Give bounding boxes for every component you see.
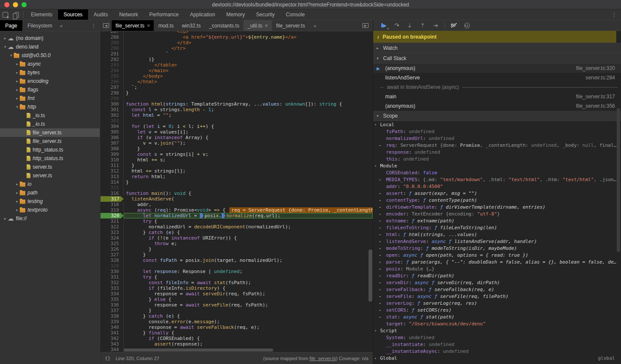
- chevron-right-icon[interactable]: ▸: [379, 308, 381, 312]
- line-number[interactable]: 299: [100, 96, 124, 101]
- chevron-right-icon[interactable]: ▸: [15, 208, 20, 212]
- editor-horizontal-scrollbar[interactable]: [124, 349, 273, 352]
- call-stack-frame[interactable]: mainfile_server.ts:317: [373, 92, 621, 101]
- code-text[interactable]: function html(strings: TemplateStringsAr…: [124, 101, 373, 107]
- scope-property[interactable]: ▸encoder: TextEncoder {encoding: "utf-8"…: [373, 210, 621, 217]
- chevron-down-icon[interactable]: ▾: [15, 105, 20, 109]
- navigator-tab-filesystem[interactable]: Filesystem: [22, 20, 57, 31]
- call-stack-frame[interactable]: listenAndServeserver.ts:284: [373, 73, 621, 82]
- tree-item-async[interactable]: ▸async: [0, 60, 100, 68]
- code-text[interactable]: }: [124, 252, 373, 258]
- line-number[interactable]: 318: [100, 202, 124, 207]
- close-window-button[interactable]: [4, 2, 9, 7]
- tab-application[interactable]: Application: [184, 9, 221, 20]
- scope-property[interactable]: ▸contentType: ƒ contentType(path): [373, 197, 621, 203]
- navigator-more-tabs-icon[interactable]: »: [57, 20, 65, 31]
- code-text[interactable]: </tr>: [124, 46, 373, 51]
- line-number[interactable]: 300: [100, 101, 124, 107]
- code-text[interactable]: let normalizedUrl = posix.normalize(req.…: [124, 213, 373, 218]
- line-number[interactable]: 340: [100, 325, 124, 330]
- code-text[interactable]: const s = strings[i] + v;: [124, 152, 373, 157]
- code-text[interactable]: `;: [124, 85, 373, 90]
- scope-property[interactable]: ▸stat: async ƒ stat(path): [373, 313, 621, 320]
- line-number[interactable]: 335: [100, 297, 124, 302]
- chevron-right-icon[interactable]: ▸: [379, 253, 381, 257]
- scope-section-header[interactable]: ▾ Scope: [373, 111, 621, 121]
- code-text[interactable]: }: [124, 146, 373, 152]
- scope-property[interactable]: ▸MEDIA_TYPES: {.md: "text/markdown", .ht…: [373, 176, 621, 183]
- code-text[interactable]: [124, 185, 373, 191]
- code-text[interactable]: [124, 96, 373, 101]
- tab-sources[interactable]: Sources: [58, 9, 88, 20]
- line-number[interactable]: 313: [100, 174, 124, 179]
- chevron-right-icon[interactable]: ▸: [379, 191, 381, 195]
- code-text[interactable]: [124, 263, 373, 269]
- code-text[interactable]: assert(response);: [124, 341, 373, 347]
- scope-property[interactable]: ▸fileLenToString: ƒ fileLenToString(len): [373, 224, 621, 231]
- code-text[interactable]: for (let i = 0; i < l; i++) {: [124, 124, 373, 129]
- line-number[interactable]: 342: [100, 336, 124, 341]
- tree-item-server-ts[interactable]: server.ts: [0, 163, 100, 171]
- line-number[interactable]: 309: [100, 152, 124, 157]
- chevron-right-icon[interactable]: ▸: [379, 233, 381, 237]
- code-text[interactable]: response = await serveFallback(req, e);: [124, 325, 373, 330]
- line-number[interactable]: 325: [100, 241, 124, 246]
- code-text[interactable]: }: [124, 163, 373, 168]
- line-number[interactable]: 305: [100, 129, 124, 135]
- code-text[interactable]: try {: [124, 274, 373, 280]
- tree-item-fmt[interactable]: ▸fmt: [0, 94, 100, 103]
- line-number[interactable]: 295: [100, 73, 124, 79]
- chevron-right-icon[interactable]: ▸: [379, 143, 381, 147]
- chevron-right-icon[interactable]: ▸: [3, 216, 8, 221]
- tab-network[interactable]: Network: [113, 9, 143, 20]
- code-text[interactable]: listenAndServe(: [124, 196, 373, 202]
- code-text[interactable]: return html;: [124, 174, 373, 179]
- chevron-right-icon[interactable]: ▸: [379, 260, 381, 264]
- main-menu-kebab-icon[interactable]: ⋮: [607, 9, 621, 20]
- line-number[interactable]: 301: [100, 107, 124, 112]
- line-number[interactable]: 321: [100, 218, 124, 224]
- hide-navigator-button[interactable]: ◀: [100, 20, 112, 31]
- chevron-right-icon[interactable]: ▸: [15, 88, 20, 92]
- code-text[interactable]: let response: Response | undefined;: [124, 269, 373, 274]
- scope-section-script[interactable]: ▾Script: [373, 327, 621, 334]
- editor-vertical-scrollbar[interactable]: [368, 249, 372, 302]
- editor-tab-constants-ts[interactable]: _constants.ts: [205, 20, 244, 31]
- code-text[interactable]: v = v.join("");: [124, 140, 373, 146]
- call-stack-frame[interactable]: ▶(anonymous)file_server.ts:320: [373, 64, 621, 73]
- code-text[interactable]: } catch (e) {: [124, 313, 373, 319]
- code-text[interactable]: addr,: [124, 202, 373, 207]
- line-number[interactable]: 292: [100, 57, 124, 62]
- code-text[interactable]: console.error(e.message);: [124, 319, 373, 325]
- scope-property[interactable]: ▸parse: ƒ parse(args, { "--": doubleDash…: [373, 258, 621, 265]
- tab-security[interactable]: Security: [250, 9, 280, 20]
- code-text[interactable]: [124, 118, 373, 124]
- resume-button[interactable]: ▶: [378, 21, 390, 30]
- line-number[interactable]: 316: [100, 191, 124, 196]
- chevron-right-icon[interactable]: ▸: [15, 79, 20, 83]
- line-number[interactable]: 333: [100, 285, 124, 291]
- close-icon[interactable]: ×: [147, 23, 150, 29]
- line-number[interactable]: 314: [100, 179, 124, 185]
- code-text[interactable]: } catch (e) {: [124, 230, 373, 235]
- chevron-right-icon[interactable]: ▸: [15, 182, 20, 186]
- code-text[interactable]: const l = strings.length - 1;: [124, 107, 373, 112]
- code-text[interactable]: throw e;: [124, 241, 373, 246]
- line-number[interactable]: 289: [100, 40, 124, 46]
- line-number[interactable]: 322: [100, 224, 124, 230]
- tree-item-std-v0-50-0[interactable]: ▾std@v0.50.0: [0, 51, 100, 60]
- chevron-right-icon[interactable]: ▸: [379, 315, 381, 319]
- chevron-right-icon[interactable]: ▸: [15, 96, 20, 100]
- code-text[interactable]: </td>: [124, 40, 373, 46]
- code-text[interactable]: if (CORSEnabled) {: [124, 336, 373, 341]
- scope-property[interactable]: ▸req: ServerRequest {done: Promise, _con…: [373, 142, 621, 149]
- breakpoint-badge[interactable]: 317: [100, 196, 124, 202]
- watch-section-header[interactable]: ▸ Watch: [373, 43, 621, 53]
- code-text[interactable]: if (!(e instanceof URIError)) {: [124, 235, 373, 241]
- tab-elements[interactable]: Elements: [25, 9, 58, 20]
- code-text[interactable]: <a href="${entry.url}">${entry.name}</a>: [124, 34, 373, 40]
- navigator-tab-page[interactable]: Page: [0, 20, 22, 31]
- editor-tab-util-ts[interactable]: _util.ts×: [244, 20, 272, 31]
- line-number[interactable]: 315: [100, 185, 124, 191]
- tree-item-encoding[interactable]: ▸encoding: [0, 77, 100, 85]
